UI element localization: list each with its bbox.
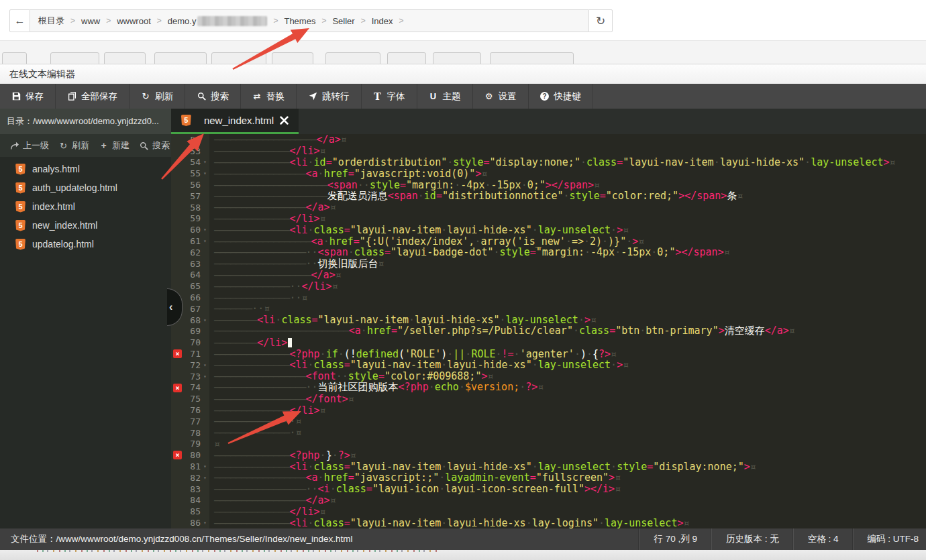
line-number[interactable]: 73 — [190, 372, 201, 382]
breadcrumb-item[interactable]: Seller — [332, 16, 354, 26]
code-line-content[interactable]: ——————————————————</a>¤ — [209, 269, 342, 281]
line-number[interactable]: 74 — [190, 382, 201, 392]
breadcrumb-item[interactable]: wwwroot — [117, 16, 151, 26]
line-number[interactable]: 63 — [190, 259, 201, 269]
code-line-content[interactable]: ——————————————</li>¤ — [209, 404, 326, 416]
code-line-content[interactable]: —————————————————<a·href="javascript:;"·… — [209, 471, 621, 484]
fold-arrow-icon[interactable]: ▾ — [201, 238, 209, 244]
toolbar-button-settings[interactable]: ⚙设置 — [473, 84, 529, 109]
toolbar-button-font[interactable]: T字体 — [362, 84, 417, 109]
toolbar-button-search[interactable]: 搜索 — [185, 84, 241, 109]
line-number[interactable]: 83 — [190, 484, 201, 494]
line-number[interactable]: 66 — [190, 292, 201, 302]
line-number[interactable]: 71 — [190, 349, 201, 359]
file-item[interactable]: 5auth_updatelog.html — [0, 178, 171, 197]
line-number[interactable]: 79 — [190, 439, 201, 449]
fold-arrow-icon[interactable]: ▾ — [201, 374, 209, 380]
line-number[interactable]: 84 — [190, 495, 201, 505]
line-number[interactable]: 69 — [190, 326, 201, 336]
code-line-content[interactable]: —————————————————</a>¤ — [209, 201, 336, 213]
code-line-content[interactable]: ——————————————·¤ — [209, 427, 302, 439]
fold-arrow-icon[interactable]: ▾ — [201, 463, 209, 469]
code-line-content[interactable]: —————————————————————<span··style="margi… — [209, 179, 600, 191]
line-number[interactable]: 78 — [190, 428, 201, 438]
code-line-content[interactable]: ——————————————<?php·}·?>¤ — [209, 449, 356, 461]
file-item[interactable]: 5index.html — [0, 197, 171, 216]
code-line-content[interactable]: ————————</li> — [209, 337, 292, 349]
sidebar-action-search[interactable]: 搜索 — [140, 139, 170, 152]
code-line-content[interactable]: —————————————————</font>¤ — [209, 393, 354, 405]
breadcrumb-item[interactable]: Index — [372, 16, 393, 26]
code-line-content[interactable]: —————————————————————————<a·href="/selle… — [209, 325, 795, 337]
line-number[interactable]: 80 — [190, 450, 201, 460]
code-line-content[interactable]: —————————————————··<i·class="layui-icon·… — [209, 483, 621, 495]
toolbar-button-replace[interactable]: ⇄替换 — [241, 84, 297, 109]
line-number[interactable]: 81 — [190, 461, 201, 471]
fold-arrow-icon[interactable]: ▾ — [201, 520, 209, 526]
line-number[interactable]: 54 — [190, 157, 201, 167]
close-tab-icon[interactable] — [280, 116, 289, 125]
line-number[interactable]: 60 — [190, 225, 201, 235]
tab-new-index-html[interactable]: 5 new_index.html — [171, 109, 299, 134]
line-number[interactable]: 52 — [190, 135, 201, 145]
file-item[interactable]: 5new_index.html — [0, 216, 171, 235]
code-line-content[interactable]: ——————————————<li·class="layui-nav-item·… — [209, 461, 756, 473]
code-line-content[interactable]: ¤ — [209, 438, 220, 450]
fold-arrow-icon[interactable]: ▾ — [201, 159, 209, 165]
code-line-content[interactable]: ——————————————————<a·href="{:U('index/in… — [209, 235, 644, 247]
toolbar-button-save-all[interactable]: 全部保存 — [56, 84, 130, 109]
code-line-content[interactable]: ——————————————<?php·if·(!defined('ROLE')… — [209, 348, 617, 360]
file-item[interactable]: 5updatelog.html — [0, 235, 171, 254]
line-number[interactable]: 77 — [190, 416, 201, 427]
breadcrumb-item[interactable]: Themes — [284, 16, 315, 26]
sidebar-action-up-level[interactable]: 上一级 — [10, 139, 49, 152]
breadcrumb-item[interactable]: www — [81, 16, 100, 26]
line-number[interactable]: 61 — [190, 236, 201, 246]
toolbar-button-save[interactable]: 保存 — [0, 84, 56, 109]
toolbar-button-theme[interactable]: U主题 — [417, 84, 473, 109]
code-line-content[interactable]: —————————————————··<span·class="layui-ba… — [209, 246, 730, 258]
file-item[interactable]: 5analys.html — [0, 160, 171, 178]
line-number[interactable]: 56 — [190, 180, 201, 190]
line-number[interactable]: 62 — [190, 247, 201, 258]
breadcrumb-item[interactable]: 根目录 — [38, 15, 64, 27]
code-editor[interactable]: 52———————————————————</a>¤53————————————… — [171, 134, 926, 528]
line-number[interactable]: 53 — [190, 146, 201, 156]
line-number[interactable]: 70 — [190, 337, 201, 347]
line-number[interactable]: 76 — [190, 405, 201, 415]
code-line-content[interactable]: ———————··¤ — [209, 302, 270, 315]
code-line-content[interactable]: —————————————————<a·href="javascript:voi… — [209, 168, 487, 180]
code-line-content[interactable]: ————————<li·class="layui-nav-item·layui-… — [209, 314, 597, 326]
fold-arrow-icon[interactable]: ▾ — [201, 317, 209, 323]
back-button[interactable]: ← — [9, 9, 30, 32]
toolbar-button-refresh[interactable]: ↻刷新 — [130, 84, 185, 109]
line-number[interactable]: 68 — [190, 315, 201, 325]
fold-arrow-icon[interactable]: ▾ — [201, 170, 209, 176]
code-line-content[interactable]: ——————————————··¤ — [209, 292, 308, 304]
fold-arrow-icon[interactable]: ▾ — [201, 227, 209, 233]
line-number[interactable]: 65 — [190, 281, 201, 291]
line-number[interactable]: 59 — [190, 213, 201, 223]
toolbar-button-hotkeys[interactable]: ?快捷键 — [529, 84, 594, 109]
line-number[interactable]: 82 — [190, 473, 201, 483]
code-line-content[interactable]: ——————————————·¤ — [209, 415, 302, 427]
code-line-content[interactable]: —————————————————··当前社区团购版本<?php·echo·$v… — [209, 381, 544, 394]
code-line-content[interactable]: ——————————————<li·class="layui-nav-item·… — [209, 224, 629, 236]
code-line-content[interactable]: ——————————————</li>¤ — [209, 213, 326, 225]
code-line-content[interactable]: ——————————————<li·class="layui-nav-item·… — [209, 359, 629, 371]
line-number[interactable]: 72 — [190, 360, 201, 370]
code-line-content[interactable]: ——————————————</li>¤ — [209, 506, 326, 518]
line-number[interactable]: 75 — [190, 394, 201, 404]
code-line-content[interactable]: ———————————————————</a>¤ — [209, 134, 347, 146]
toolbar-button-goto-line[interactable]: 跳转行 — [297, 84, 362, 109]
code-line-content[interactable]: —————————————————————发配送员消息<span·id="dis… — [209, 190, 743, 203]
line-number[interactable]: 64 — [190, 270, 201, 280]
line-number[interactable]: 86 — [190, 518, 201, 528]
code-line-content[interactable]: ——————————————</li>¤ — [209, 145, 326, 157]
breadcrumb-item[interactable]: demo.y — [168, 16, 268, 26]
fold-arrow-icon[interactable]: ▾ — [201, 475, 209, 481]
code-line-content[interactable]: ——————————————<li·id="orderdistribution"… — [209, 156, 896, 168]
fold-arrow-icon[interactable]: ▾ — [201, 362, 209, 368]
sidebar-action-new-file[interactable]: +新建 — [99, 139, 130, 152]
code-line-content[interactable]: ——————————————<li·class="layui-nav-item·… — [209, 517, 690, 529]
